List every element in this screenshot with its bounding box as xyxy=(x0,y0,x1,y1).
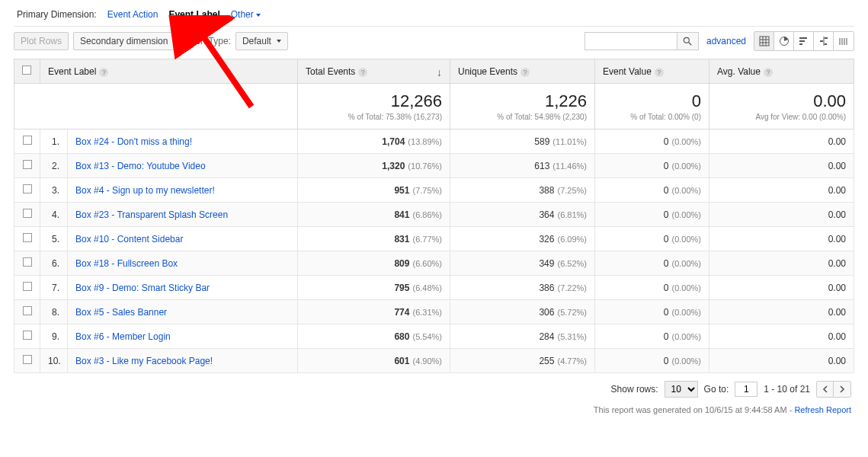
advanced-link[interactable]: advanced xyxy=(706,36,746,46)
row-total-events: 1,704(13.89%) xyxy=(298,129,450,154)
chevron-down-icon xyxy=(173,40,178,43)
help-icon[interactable]: ? xyxy=(520,68,530,77)
help-icon[interactable]: ? xyxy=(99,68,108,77)
next-page-button[interactable] xyxy=(834,382,850,397)
row-checkbox[interactable] xyxy=(23,306,32,315)
prev-page-button[interactable] xyxy=(817,382,834,397)
secondary-dimension-button[interactable]: Secondary dimension xyxy=(73,32,184,50)
header-event-label-text: Event Label xyxy=(48,66,96,77)
row-event-value: 0(0.00%) xyxy=(595,178,709,203)
header-avg-value[interactable]: Avg. Value? xyxy=(709,59,854,84)
event-label-link[interactable]: Box #6 - Member Login xyxy=(68,324,298,349)
search-input[interactable] xyxy=(585,33,677,50)
row-total-events: 601(4.90%) xyxy=(298,349,450,373)
summary-total-sub: % of Total: 75.38% (16,273) xyxy=(306,113,442,121)
view-pie-button[interactable] xyxy=(774,32,794,50)
header-total-events-text: Total Events xyxy=(306,66,355,77)
view-pivot-button[interactable] xyxy=(834,32,854,50)
row-index: 10. xyxy=(40,349,68,373)
view-comparison-button[interactable] xyxy=(814,32,834,50)
refresh-report-link[interactable]: Refresh Report xyxy=(794,405,851,414)
header-unique-events[interactable]: Unique Events? xyxy=(450,59,595,84)
row-index: 6. xyxy=(40,251,68,276)
event-label-link[interactable]: Box #10 - Content Sidebar xyxy=(68,227,298,251)
primary-dimension-label: Primary Dimension: xyxy=(17,9,97,20)
select-all-checkbox[interactable] xyxy=(22,66,31,75)
row-total-events: 841(6.86%) xyxy=(298,203,450,227)
search-button[interactable] xyxy=(677,33,698,50)
event-label-link[interactable]: Box #4 - Sign up to my newsletter! xyxy=(68,178,298,203)
row-unique-events: 613(11.46%) xyxy=(450,154,595,178)
bars-icon xyxy=(799,36,809,46)
row-avg-value: 0.00 xyxy=(709,178,854,203)
row-index: 7. xyxy=(40,276,68,300)
footer-text: This report was generated on 10/6/15 at … xyxy=(594,405,795,414)
header-event-label[interactable]: Event Label? xyxy=(40,59,298,84)
row-checkbox[interactable] xyxy=(23,160,32,169)
header-total-events[interactable]: Total Events?↓ xyxy=(298,59,450,84)
svg-line-1 xyxy=(689,43,692,46)
row-event-value: 0(0.00%) xyxy=(595,154,709,178)
row-checkbox[interactable] xyxy=(23,184,32,193)
row-index: 2. xyxy=(40,154,68,178)
summary-unique-sub: % of Total: 54.98% (2,230) xyxy=(458,113,587,121)
summary-avg-sub: Avg for View: 0.00 (0.00%) xyxy=(717,113,846,121)
help-icon[interactable]: ? xyxy=(655,68,664,77)
row-index: 1. xyxy=(40,129,68,154)
row-total-events: 831(6.77%) xyxy=(298,227,450,251)
row-checkbox[interactable] xyxy=(23,257,32,267)
sort-type-value: Default xyxy=(242,36,271,46)
svg-rect-10 xyxy=(799,43,802,45)
svg-rect-9 xyxy=(799,40,805,42)
row-checkbox[interactable] xyxy=(23,209,32,218)
row-unique-events: 349(6.52%) xyxy=(450,251,595,276)
table-row: 10.Box #3 - Like my Facebook Page!601(4.… xyxy=(14,349,854,373)
row-unique-events: 255(4.77%) xyxy=(450,349,595,373)
row-avg-value: 0.00 xyxy=(709,203,854,227)
event-label-link[interactable]: Box #9 - Demo: Smart Sticky Bar xyxy=(68,276,298,300)
header-event-value[interactable]: Event Value? xyxy=(595,59,709,84)
dimension-event-label[interactable]: Event Label xyxy=(168,9,219,20)
sort-type-label: Sort Type: xyxy=(189,36,230,46)
svg-rect-12 xyxy=(825,37,828,39)
row-event-value: 0(0.00%) xyxy=(595,227,709,251)
row-event-value: 0(0.00%) xyxy=(595,276,709,300)
dimension-event-action[interactable]: Event Action xyxy=(107,9,159,20)
dimension-other[interactable]: Other xyxy=(231,9,261,20)
sort-type-button[interactable]: Default xyxy=(235,32,288,50)
event-label-link[interactable]: Box #3 - Like my Facebook Page! xyxy=(68,349,298,373)
goto-input[interactable] xyxy=(735,382,757,397)
row-checkbox[interactable] xyxy=(23,233,32,242)
row-index: 5. xyxy=(40,227,68,251)
row-unique-events: 364(6.81%) xyxy=(450,203,595,227)
row-total-events: 951(7.75%) xyxy=(298,178,450,203)
help-icon[interactable]: ? xyxy=(358,68,367,77)
summary-unique-value: 1,226 xyxy=(458,91,587,111)
table-row: 5.Box #10 - Content Sidebar831(6.77%)326… xyxy=(14,227,854,251)
page-range: 1 - 10 of 21 xyxy=(764,384,810,395)
row-event-value: 0(0.00%) xyxy=(595,349,709,373)
event-label-link[interactable]: Box #24 - Don't miss a thing! xyxy=(68,129,298,154)
row-event-value: 0(0.00%) xyxy=(595,324,709,349)
event-label-link[interactable]: Box #5 - Sales Banner xyxy=(68,300,298,324)
event-label-link[interactable]: Box #18 - Fullscreen Box xyxy=(68,251,298,276)
help-icon[interactable]: ? xyxy=(764,68,773,77)
summary-total-value: 12,266 xyxy=(306,91,442,111)
view-buttons xyxy=(754,31,854,51)
row-checkbox[interactable] xyxy=(23,136,32,145)
event-label-link[interactable]: Box #23 - Transparent Splash Screen xyxy=(68,203,298,227)
table-row: 1.Box #24 - Don't miss a thing!1,704(13.… xyxy=(14,129,854,154)
view-table-button[interactable] xyxy=(754,32,774,50)
row-event-value: 0(0.00%) xyxy=(595,251,709,276)
summary-row: 12,266% of Total: 75.38% (16,273) 1,226%… xyxy=(14,84,854,129)
row-avg-value: 0.00 xyxy=(709,276,854,300)
row-checkbox[interactable] xyxy=(23,282,32,291)
event-label-link[interactable]: Box #13 - Demo: Youtube Video xyxy=(68,154,298,178)
comparison-icon xyxy=(818,36,829,46)
show-rows-select[interactable]: 10 xyxy=(665,381,698,398)
row-checkbox[interactable] xyxy=(23,331,32,340)
view-performance-button[interactable] xyxy=(794,32,814,50)
summary-avg-value: 0.00 xyxy=(717,91,846,111)
chevron-right-icon xyxy=(839,385,845,393)
row-checkbox[interactable] xyxy=(23,355,32,364)
